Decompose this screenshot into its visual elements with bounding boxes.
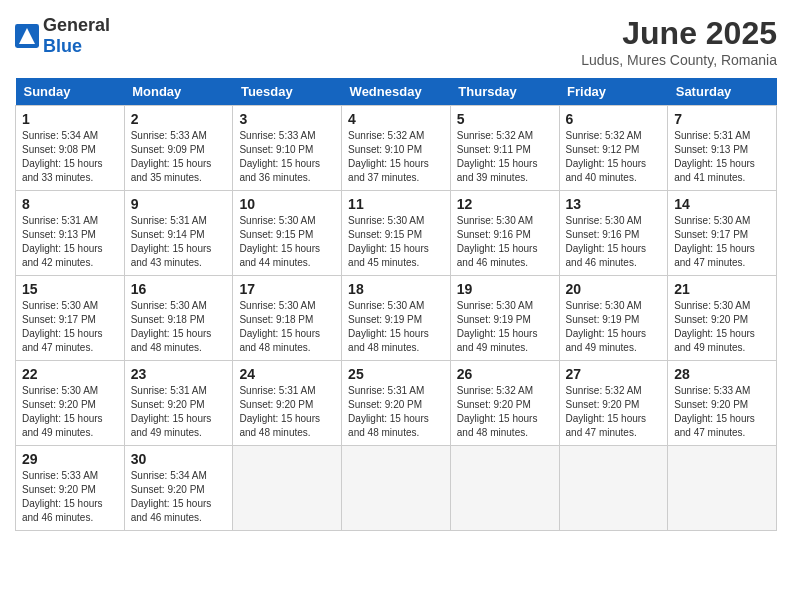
day-cell-21: 21 Sunrise: 5:30 AMSunset: 9:20 PMDaylig… (668, 276, 777, 361)
day-cell-25: 25 Sunrise: 5:31 AMSunset: 9:20 PMDaylig… (342, 361, 451, 446)
day-info: Sunrise: 5:30 AMSunset: 9:20 PMDaylight:… (22, 385, 103, 438)
day-number: 16 (131, 281, 227, 297)
day-info: Sunrise: 5:34 AMSunset: 9:20 PMDaylight:… (131, 470, 212, 523)
day-info: Sunrise: 5:32 AMSunset: 9:20 PMDaylight:… (457, 385, 538, 438)
empty-cell (668, 446, 777, 531)
day-cell-18: 18 Sunrise: 5:30 AMSunset: 9:19 PMDaylig… (342, 276, 451, 361)
day-info: Sunrise: 5:30 AMSunset: 9:20 PMDaylight:… (674, 300, 755, 353)
day-cell-19: 19 Sunrise: 5:30 AMSunset: 9:19 PMDaylig… (450, 276, 559, 361)
logo-blue-text: Blue (43, 36, 82, 56)
day-number: 26 (457, 366, 553, 382)
col-thursday: Thursday (450, 78, 559, 106)
day-number: 28 (674, 366, 770, 382)
day-info: Sunrise: 5:30 AMSunset: 9:17 PMDaylight:… (22, 300, 103, 353)
calendar-table: Sunday Monday Tuesday Wednesday Thursday… (15, 78, 777, 531)
day-cell-8: 8 Sunrise: 5:31 AMSunset: 9:13 PMDayligh… (16, 191, 125, 276)
day-info: Sunrise: 5:31 AMSunset: 9:13 PMDaylight:… (22, 215, 103, 268)
day-cell-6: 6 Sunrise: 5:32 AMSunset: 9:12 PMDayligh… (559, 106, 668, 191)
day-number: 18 (348, 281, 444, 297)
day-info: Sunrise: 5:30 AMSunset: 9:18 PMDaylight:… (131, 300, 212, 353)
logo: General Blue (15, 15, 110, 57)
day-cell-17: 17 Sunrise: 5:30 AMSunset: 9:18 PMDaylig… (233, 276, 342, 361)
col-sunday: Sunday (16, 78, 125, 106)
day-number: 23 (131, 366, 227, 382)
day-info: Sunrise: 5:32 AMSunset: 9:12 PMDaylight:… (566, 130, 647, 183)
day-number: 20 (566, 281, 662, 297)
day-cell-20: 20 Sunrise: 5:30 AMSunset: 9:19 PMDaylig… (559, 276, 668, 361)
day-number: 1 (22, 111, 118, 127)
day-info: Sunrise: 5:32 AMSunset: 9:10 PMDaylight:… (348, 130, 429, 183)
calendar-week-4: 22 Sunrise: 5:30 AMSunset: 9:20 PMDaylig… (16, 361, 777, 446)
day-info: Sunrise: 5:31 AMSunset: 9:20 PMDaylight:… (131, 385, 212, 438)
calendar-week-1: 1 Sunrise: 5:34 AMSunset: 9:08 PMDayligh… (16, 106, 777, 191)
day-info: Sunrise: 5:33 AMSunset: 9:20 PMDaylight:… (22, 470, 103, 523)
day-number: 24 (239, 366, 335, 382)
day-cell-28: 28 Sunrise: 5:33 AMSunset: 9:20 PMDaylig… (668, 361, 777, 446)
day-info: Sunrise: 5:30 AMSunset: 9:18 PMDaylight:… (239, 300, 320, 353)
day-info: Sunrise: 5:32 AMSunset: 9:20 PMDaylight:… (566, 385, 647, 438)
day-info: Sunrise: 5:30 AMSunset: 9:19 PMDaylight:… (348, 300, 429, 353)
day-info: Sunrise: 5:33 AMSunset: 9:09 PMDaylight:… (131, 130, 212, 183)
title-area: June 2025 Ludus, Mures County, Romania (581, 15, 777, 68)
day-info: Sunrise: 5:33 AMSunset: 9:10 PMDaylight:… (239, 130, 320, 183)
day-cell-5: 5 Sunrise: 5:32 AMSunset: 9:11 PMDayligh… (450, 106, 559, 191)
day-info: Sunrise: 5:31 AMSunset: 9:14 PMDaylight:… (131, 215, 212, 268)
col-wednesday: Wednesday (342, 78, 451, 106)
day-info: Sunrise: 5:30 AMSunset: 9:16 PMDaylight:… (566, 215, 647, 268)
day-cell-13: 13 Sunrise: 5:30 AMSunset: 9:16 PMDaylig… (559, 191, 668, 276)
day-info: Sunrise: 5:30 AMSunset: 9:19 PMDaylight:… (457, 300, 538, 353)
day-number: 12 (457, 196, 553, 212)
generalblue-icon (15, 24, 39, 48)
logo-general-text: General (43, 15, 110, 35)
day-cell-2: 2 Sunrise: 5:33 AMSunset: 9:09 PMDayligh… (124, 106, 233, 191)
day-cell-10: 10 Sunrise: 5:30 AMSunset: 9:15 PMDaylig… (233, 191, 342, 276)
day-number: 22 (22, 366, 118, 382)
day-cell-24: 24 Sunrise: 5:31 AMSunset: 9:20 PMDaylig… (233, 361, 342, 446)
day-info: Sunrise: 5:30 AMSunset: 9:19 PMDaylight:… (566, 300, 647, 353)
day-number: 9 (131, 196, 227, 212)
day-info: Sunrise: 5:30 AMSunset: 9:15 PMDaylight:… (348, 215, 429, 268)
day-cell-26: 26 Sunrise: 5:32 AMSunset: 9:20 PMDaylig… (450, 361, 559, 446)
day-cell-16: 16 Sunrise: 5:30 AMSunset: 9:18 PMDaylig… (124, 276, 233, 361)
calendar-subtitle: Ludus, Mures County, Romania (581, 52, 777, 68)
day-cell-1: 1 Sunrise: 5:34 AMSunset: 9:08 PMDayligh… (16, 106, 125, 191)
day-info: Sunrise: 5:30 AMSunset: 9:16 PMDaylight:… (457, 215, 538, 268)
header-row: Sunday Monday Tuesday Wednesday Thursday… (16, 78, 777, 106)
day-cell-30: 30 Sunrise: 5:34 AMSunset: 9:20 PMDaylig… (124, 446, 233, 531)
empty-cell (559, 446, 668, 531)
day-cell-22: 22 Sunrise: 5:30 AMSunset: 9:20 PMDaylig… (16, 361, 125, 446)
day-number: 14 (674, 196, 770, 212)
calendar-week-5: 29 Sunrise: 5:33 AMSunset: 9:20 PMDaylig… (16, 446, 777, 531)
day-cell-7: 7 Sunrise: 5:31 AMSunset: 9:13 PMDayligh… (668, 106, 777, 191)
day-info: Sunrise: 5:32 AMSunset: 9:11 PMDaylight:… (457, 130, 538, 183)
calendar-week-3: 15 Sunrise: 5:30 AMSunset: 9:17 PMDaylig… (16, 276, 777, 361)
day-number: 6 (566, 111, 662, 127)
day-cell-3: 3 Sunrise: 5:33 AMSunset: 9:10 PMDayligh… (233, 106, 342, 191)
day-number: 25 (348, 366, 444, 382)
day-info: Sunrise: 5:31 AMSunset: 9:20 PMDaylight:… (239, 385, 320, 438)
day-number: 13 (566, 196, 662, 212)
day-number: 30 (131, 451, 227, 467)
day-info: Sunrise: 5:31 AMSunset: 9:13 PMDaylight:… (674, 130, 755, 183)
day-cell-23: 23 Sunrise: 5:31 AMSunset: 9:20 PMDaylig… (124, 361, 233, 446)
col-saturday: Saturday (668, 78, 777, 106)
day-number: 15 (22, 281, 118, 297)
day-number: 3 (239, 111, 335, 127)
col-friday: Friday (559, 78, 668, 106)
day-cell-29: 29 Sunrise: 5:33 AMSunset: 9:20 PMDaylig… (16, 446, 125, 531)
day-info: Sunrise: 5:31 AMSunset: 9:20 PMDaylight:… (348, 385, 429, 438)
day-number: 27 (566, 366, 662, 382)
day-number: 5 (457, 111, 553, 127)
empty-cell (233, 446, 342, 531)
day-number: 19 (457, 281, 553, 297)
day-number: 7 (674, 111, 770, 127)
day-number: 4 (348, 111, 444, 127)
day-cell-4: 4 Sunrise: 5:32 AMSunset: 9:10 PMDayligh… (342, 106, 451, 191)
day-number: 2 (131, 111, 227, 127)
col-tuesday: Tuesday (233, 78, 342, 106)
day-number: 10 (239, 196, 335, 212)
col-monday: Monday (124, 78, 233, 106)
day-cell-27: 27 Sunrise: 5:32 AMSunset: 9:20 PMDaylig… (559, 361, 668, 446)
empty-cell (342, 446, 451, 531)
day-cell-11: 11 Sunrise: 5:30 AMSunset: 9:15 PMDaylig… (342, 191, 451, 276)
